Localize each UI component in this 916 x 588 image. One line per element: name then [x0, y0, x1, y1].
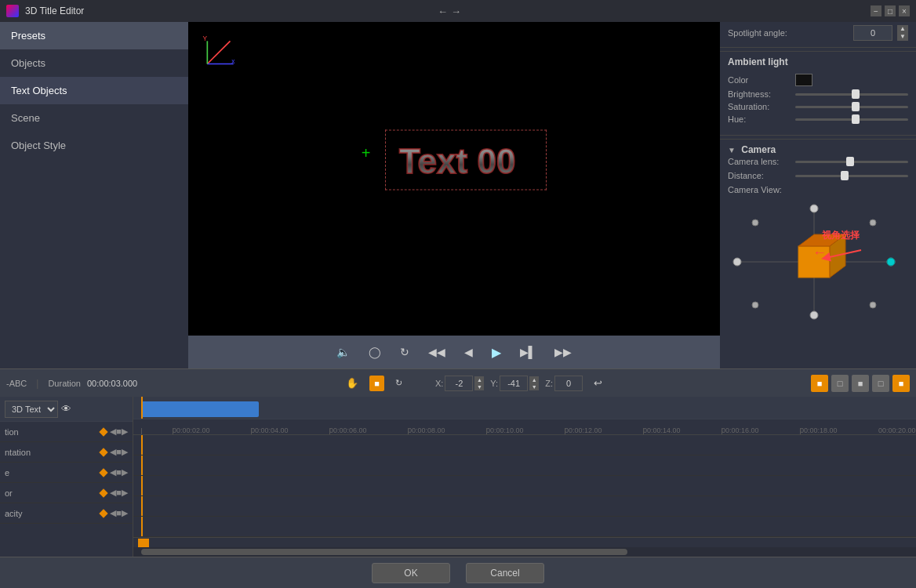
keyframe-diamond-acity[interactable] — [100, 509, 108, 517]
layer-icon-5[interactable]: ■ — [892, 375, 910, 392]
track-icon-4[interactable]: ◀■▶ — [110, 488, 128, 498]
color-label: Color — [728, 75, 791, 85]
x-up[interactable]: ▲ — [474, 376, 484, 383]
transform-tool-button[interactable]: ↻ — [391, 375, 407, 391]
y-coord-group: Y: ▲ ▼ — [490, 376, 539, 391]
skip-end-button[interactable]: ▶▶ — [550, 343, 576, 361]
layer-icon-4[interactable]: □ — [872, 375, 889, 392]
close-button[interactable]: × — [899, 5, 910, 16]
maximize-button[interactable]: □ — [885, 5, 896, 16]
z-input[interactable] — [554, 376, 583, 391]
spotlight-angle-down[interactable]: ▼ — [897, 33, 908, 41]
preview-canvas: x Y + — [188, 22, 720, 336]
keyframe-diamond-tion[interactable] — [100, 427, 108, 436]
svg-point-19 — [752, 302, 758, 308]
circle-button[interactable]: ◯ — [364, 343, 386, 361]
select-tool-button[interactable]: ■ — [369, 376, 384, 391]
canvas-content: x Y + — [188, 22, 720, 336]
keyframe-diamond-or[interactable] — [100, 488, 108, 497]
redo-button[interactable]: → — [451, 5, 461, 17]
bottom-area: -ABC | Duration 00:00:03.000 ✋ ■ ↻ X: ▲ … — [0, 368, 916, 557]
svg-point-20 — [870, 302, 876, 308]
minimize-button[interactable]: − — [871, 5, 881, 16]
spotlight-angle-input[interactable] — [853, 25, 892, 41]
crosshair-icon: + — [362, 144, 371, 162]
refresh-button[interactable]: ↻ — [395, 343, 414, 361]
spotlight-angle-up[interactable]: ▲ — [897, 25, 908, 33]
x-down[interactable]: ▼ — [474, 383, 484, 390]
center-area: x Y + — [188, 22, 720, 368]
playhead-or — [141, 496, 143, 516]
track-row-e: e ◀■▶ — [0, 463, 133, 483]
playhead-ntation — [141, 456, 143, 475]
spotlight-angle-label: Spotlight angle: — [728, 28, 849, 38]
preview-controls: 🔈 ◯ ↻ ◀◀ ◀ ▶ ▶▌ ▶▶ — [188, 336, 720, 368]
speaker-button[interactable]: 🔈 — [332, 343, 354, 361]
hand-tool-button[interactable]: ✋ — [341, 374, 363, 392]
playhead-tion — [141, 435, 143, 455]
camera-view-widget[interactable]: 视角选择 ← — [728, 199, 908, 327]
sidebar-item-presets[interactable]: Presets — [0, 22, 188, 49]
eye-toggle[interactable]: 👁 — [61, 403, 71, 415]
ambient-light-header: Ambient light — [720, 51, 916, 69]
track-icon-2[interactable]: ◀■▶ — [110, 447, 128, 457]
track-icon-3[interactable]: ◀■▶ — [110, 467, 128, 477]
layer-icon-3[interactable]: ■ — [852, 375, 869, 392]
camera-label: Camera — [741, 144, 776, 155]
distance-label: Distance: — [728, 171, 791, 180]
track-icons-tion: ◀■▶ — [110, 426, 128, 437]
sidebar-item-scene[interactable]: Scene — [0, 104, 188, 132]
y-input[interactable] — [500, 376, 528, 391]
hue-slider[interactable] — [795, 118, 908, 121]
brightness-slider[interactable] — [795, 93, 908, 96]
reset-transform-button[interactable]: ↩ — [589, 374, 607, 392]
play-button[interactable]: ▶ — [487, 342, 506, 363]
next-frame-button[interactable]: ▶▌ — [515, 343, 541, 361]
sidebar-item-object-style[interactable]: Object Style — [0, 132, 188, 159]
spotlight-angle-spinners: ▲ ▼ — [897, 25, 908, 41]
3d-text-preview: Text 00 Text 00 — [395, 136, 536, 183]
saturation-row: Saturation: — [728, 102, 908, 111]
timeline-ruler: 00:00:02.00 00:00:04.00 00:00:06.00 00:0… — [133, 419, 916, 435]
y-up[interactable]: ▲ — [529, 376, 539, 383]
track-icon-1[interactable]: ◀■▶ — [110, 426, 128, 437]
svg-text:Y: Y — [203, 34, 208, 42]
abc-label: -ABC — [6, 379, 27, 388]
sidebar-item-text-objects[interactable]: Text Objects — [0, 77, 188, 104]
svg-point-13 — [810, 311, 818, 319]
ambient-color-swatch[interactable] — [795, 74, 812, 86]
distance-slider[interactable] — [795, 175, 908, 177]
saturation-slider[interactable] — [795, 106, 908, 108]
y-down[interactable]: ▼ — [529, 383, 539, 390]
cancel-button[interactable]: Cancel — [466, 563, 544, 583]
track-row-ntation: ntation ◀■▶ — [0, 442, 133, 463]
keyframe-diamond-ntation[interactable] — [100, 448, 108, 456]
camera-lens-slider[interactable] — [795, 161, 908, 163]
sidebar-item-objects[interactable]: Objects — [0, 49, 188, 77]
track-name-or: or — [5, 488, 97, 498]
keyframe-diamond-e[interactable] — [100, 468, 108, 477]
track-icon-5[interactable]: ◀■▶ — [110, 508, 128, 518]
layer-icon-1[interactable]: ■ — [811, 375, 828, 392]
blue-clip[interactable] — [141, 401, 259, 417]
ok-button[interactable]: OK — [372, 563, 450, 583]
camera-section: Camera lens: Distance: Camera View: — [720, 157, 916, 327]
x-input[interactable] — [445, 376, 473, 391]
skip-start-button[interactable]: ◀◀ — [423, 343, 450, 361]
tracks-left: 3D Text 👁 tion ◀■▶ ntation ◀■▶ e — [0, 397, 133, 557]
prev-button[interactable]: ◀ — [460, 343, 478, 361]
sidebar: Presets Objects Text Objects Scene Objec… — [0, 22, 188, 368]
y-label: Y: — [490, 379, 498, 388]
camera-lens-row: Camera lens: — [728, 157, 908, 166]
svg-line-0 — [207, 41, 230, 64]
track-type-select[interactable]: 3D Text — [5, 401, 58, 418]
layer-icon-2[interactable]: □ — [831, 375, 849, 392]
text-selection-box[interactable]: Text 00 Text 00 — [385, 130, 547, 191]
undo-button[interactable]: ← — [438, 5, 448, 17]
camera-view-annotation: 视角选择 — [822, 229, 860, 242]
axes-indicator: x Y — [201, 34, 240, 74]
scrollbar-thumb[interactable] — [141, 549, 627, 555]
track-name-acity: acity — [5, 509, 97, 518]
camera-lens-label: Camera lens: — [728, 157, 791, 166]
brightness-row: Brightness: — [728, 89, 908, 99]
